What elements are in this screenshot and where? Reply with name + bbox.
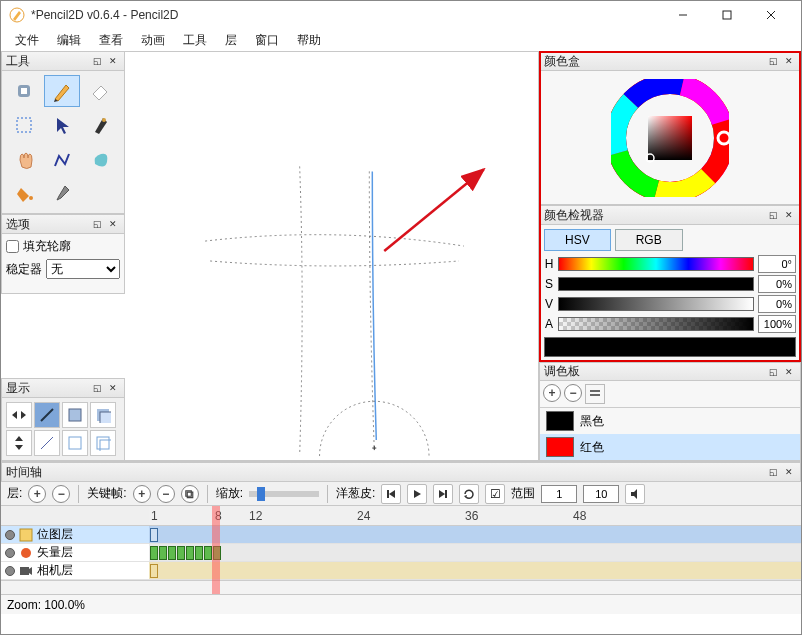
canvas[interactable] (125, 51, 539, 461)
grid2-button[interactable] (62, 430, 88, 456)
track-row[interactable] (149, 544, 801, 562)
grid-button[interactable] (62, 402, 88, 428)
v-slider[interactable] (558, 297, 754, 311)
timeline-zoom-slider[interactable] (249, 491, 319, 497)
menu-help[interactable]: 帮助 (289, 30, 329, 51)
play-button[interactable] (407, 484, 427, 504)
rgb-tab[interactable]: RGB (615, 229, 683, 251)
tool-select-rect[interactable] (6, 109, 42, 141)
tool-pen[interactable] (82, 109, 118, 141)
v-value[interactable]: 0% (758, 295, 796, 313)
keyframe[interactable] (150, 546, 158, 560)
menu-layer[interactable]: 层 (217, 30, 245, 51)
tool-eyedropper[interactable] (44, 177, 80, 209)
close-button[interactable] (749, 1, 793, 29)
outlines-button[interactable] (34, 430, 60, 456)
options-panel-title[interactable]: 选项 ◱ ✕ (1, 214, 125, 234)
s-slider[interactable] (558, 277, 754, 291)
h-value[interactable]: 0° (758, 255, 796, 273)
loop-button[interactable] (459, 484, 479, 504)
hsv-tab[interactable]: HSV (544, 229, 611, 251)
h-slider[interactable] (558, 257, 754, 271)
remove-keyframe-button[interactable]: − (157, 485, 175, 503)
stabilizer-select[interactable]: 无 (46, 259, 120, 279)
undock-icon[interactable]: ◱ (766, 208, 780, 222)
add-keyframe-button[interactable]: + (133, 485, 151, 503)
close-icon[interactable]: ✕ (782, 54, 796, 68)
tool-hand[interactable] (6, 143, 42, 175)
menu-tools[interactable]: 工具 (175, 30, 215, 51)
colorbox-panel-title[interactable]: 颜色盒 ◱ ✕ (539, 51, 801, 71)
range-end-input[interactable]: 10 (583, 485, 619, 503)
overlay-button[interactable] (90, 402, 116, 428)
mirror-v-button[interactable] (6, 430, 32, 456)
keyframe[interactable] (204, 546, 212, 560)
keyframe[interactable] (195, 546, 203, 560)
layer-scrollbar[interactable] (1, 580, 149, 594)
menu-animation[interactable]: 动画 (133, 30, 173, 51)
undock-icon[interactable]: ◱ (90, 54, 104, 68)
keyframe[interactable] (150, 528, 158, 542)
tool-polyline[interactable] (44, 143, 80, 175)
track-row[interactable] (149, 526, 801, 544)
overlay2-button[interactable] (90, 430, 116, 456)
palette-item[interactable]: 黑色 (540, 408, 800, 434)
visibility-icon[interactable] (5, 566, 15, 576)
undock-icon[interactable]: ◱ (90, 217, 104, 231)
tool-bucket[interactable] (6, 177, 42, 209)
menu-file[interactable]: 文件 (7, 30, 47, 51)
tool-eraser[interactable] (82, 75, 118, 107)
undock-icon[interactable]: ◱ (90, 381, 104, 395)
palette-panel-title[interactable]: 调色板 ◱ ✕ (539, 362, 801, 381)
playhead[interactable] (212, 506, 220, 594)
maximize-button[interactable] (705, 1, 749, 29)
menu-view[interactable]: 查看 (91, 30, 131, 51)
close-icon[interactable]: ✕ (106, 381, 120, 395)
layer-row[interactable]: 位图层 (1, 526, 149, 544)
add-color-button[interactable]: + (543, 384, 561, 402)
color-inspector-panel-title[interactable]: 颜色检视器 ◱ ✕ (539, 205, 801, 225)
close-icon[interactable]: ✕ (106, 217, 120, 231)
undock-icon[interactable]: ◱ (766, 54, 780, 68)
menu-window[interactable]: 窗口 (247, 30, 287, 51)
mirror-h-button[interactable] (6, 402, 32, 428)
timeline-tracks[interactable]: 1 8 12 24 36 48 (149, 506, 801, 594)
color-wheel[interactable] (539, 71, 801, 205)
tool-move[interactable] (6, 75, 42, 107)
timeline-scrollbar[interactable] (149, 580, 801, 594)
close-icon[interactable]: ✕ (782, 465, 796, 479)
keyframe[interactable] (150, 564, 158, 578)
timeline-panel-title[interactable]: 时间轴 ◱ ✕ (1, 462, 801, 482)
display-panel-title[interactable]: 显示 ◱ ✕ (1, 378, 125, 398)
tool-pencil[interactable] (44, 75, 80, 107)
close-icon[interactable]: ✕ (782, 208, 796, 222)
fill-contour-checkbox[interactable]: 填充轮廓 (6, 238, 120, 255)
duplicate-keyframe-button[interactable]: ⧉ (181, 485, 199, 503)
a-slider[interactable] (558, 317, 754, 331)
minimize-button[interactable] (661, 1, 705, 29)
undock-icon[interactable]: ◱ (766, 365, 780, 379)
menu-edit[interactable]: 编辑 (49, 30, 89, 51)
close-icon[interactable]: ✕ (106, 54, 120, 68)
keyframe[interactable] (186, 546, 194, 560)
first-frame-button[interactable] (381, 484, 401, 504)
tool-smudge[interactable] (82, 143, 118, 175)
palette-item[interactable]: 红色 (540, 434, 800, 460)
layer-row[interactable]: 矢量层 (1, 544, 149, 562)
add-layer-button[interactable]: + (28, 485, 46, 503)
sound-button[interactable]: ☑ (485, 484, 505, 504)
thin-lines-button[interactable] (34, 402, 60, 428)
track-row[interactable] (149, 562, 801, 580)
tools-panel-title[interactable]: 工具 ◱ ✕ (1, 51, 125, 71)
range-start-input[interactable]: 1 (541, 485, 577, 503)
mute-button[interactable] (625, 484, 645, 504)
undock-icon[interactable]: ◱ (766, 465, 780, 479)
keyframe[interactable] (159, 546, 167, 560)
visibility-icon[interactable] (5, 548, 15, 558)
keyframe[interactable] (177, 546, 185, 560)
timeline-ruler[interactable]: 1 8 12 24 36 48 (149, 506, 801, 526)
close-icon[interactable]: ✕ (782, 365, 796, 379)
palette-menu-icon[interactable] (585, 384, 605, 404)
s-value[interactable]: 0% (758, 275, 796, 293)
layer-row[interactable]: 相机层 (1, 562, 149, 580)
